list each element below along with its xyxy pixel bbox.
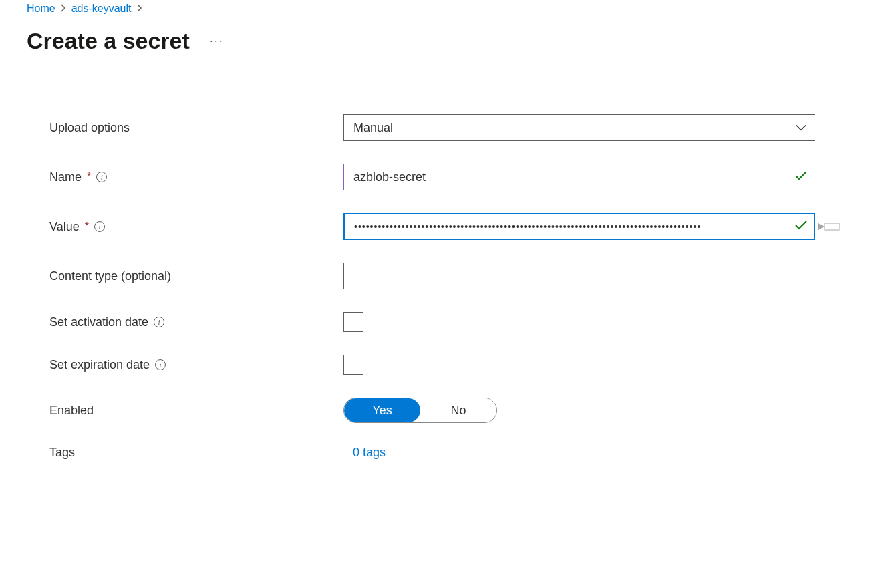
expiration-date-label: Set expiration date [49,358,150,372]
required-icon: * [85,220,89,233]
tags-link[interactable]: 0 tags [343,446,386,459]
activation-date-label: Set activation date [49,315,148,329]
breadcrumb-home[interactable]: Home [27,3,55,15]
more-actions-button[interactable]: ··· [210,34,224,48]
breadcrumb-keyvault[interactable]: ads-keyvault [71,3,132,15]
enabled-toggle: Yes No [343,398,497,423]
enabled-label: Enabled [49,404,94,418]
upload-options-label: Upload options [49,121,130,135]
chevron-right-icon [137,3,142,14]
name-input[interactable] [343,164,815,190]
expiration-date-checkbox[interactable] [343,355,363,375]
arrow-left-icon [818,221,841,232]
info-icon[interactable]: i [154,317,164,327]
activation-date-checkbox[interactable] [343,312,363,332]
value-label: Value [49,220,80,234]
upload-options-select[interactable]: Manual [343,114,815,141]
content-type-label: Content type (optional) [49,269,171,283]
chevron-right-icon [61,3,66,14]
info-icon[interactable]: i [94,221,105,232]
enabled-yes-button[interactable]: Yes [344,398,420,422]
breadcrumb: Home ads-keyvault [27,3,853,15]
enabled-no-button[interactable]: No [420,398,496,422]
value-input[interactable] [343,213,815,240]
info-icon[interactable]: i [96,172,107,182]
name-label: Name [49,170,82,184]
svg-rect-0 [825,223,839,230]
chevron-down-icon [796,121,806,135]
info-icon[interactable]: i [155,359,166,370]
page-title: Create a secret [27,28,190,54]
upload-options-value: Manual [353,121,393,135]
tags-label: Tags [49,446,75,460]
required-icon: * [87,171,91,183]
content-type-input[interactable] [343,263,815,289]
